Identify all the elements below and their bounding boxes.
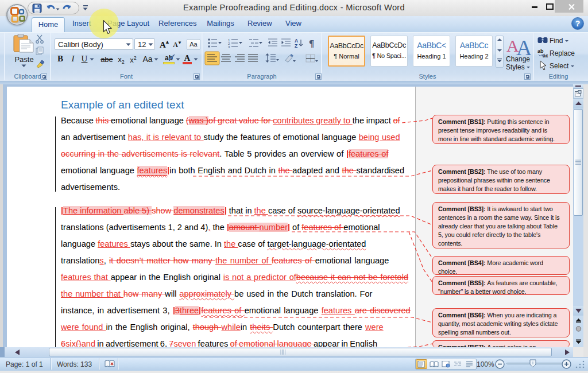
svg-text:Z: Z xyxy=(295,43,297,49)
svg-text:A: A xyxy=(516,36,531,56)
svg-text:3: 3 xyxy=(228,45,230,49)
svg-text:ac: ac xyxy=(543,53,548,59)
svg-text:¶: ¶ xyxy=(309,38,314,49)
